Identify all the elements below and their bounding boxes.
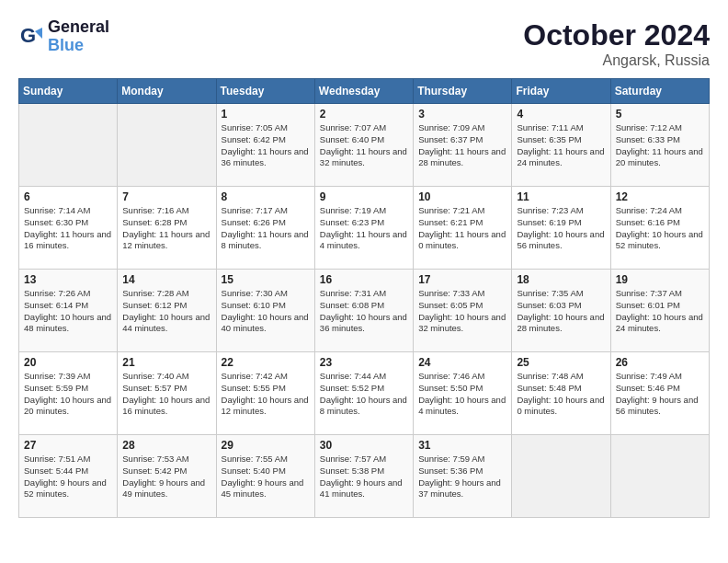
day-info: Sunrise: 7:09 AM Sunset: 6:37 PM Dayligh…: [418, 122, 506, 169]
day-number: 7: [122, 190, 210, 203]
calendar-cell: 5Sunrise: 7:12 AM Sunset: 6:33 PM Daylig…: [610, 104, 709, 187]
day-info: Sunrise: 7:33 AM Sunset: 6:05 PM Dayligh…: [418, 288, 506, 335]
day-number: 29: [222, 439, 310, 452]
day-number: 4: [517, 108, 605, 121]
calendar-cell: 16Sunrise: 7:31 AM Sunset: 6:08 PM Dayli…: [314, 270, 413, 352]
day-number: 9: [320, 190, 408, 203]
calendar-cell: 4Sunrise: 7:11 AM Sunset: 6:35 PM Daylig…: [512, 104, 610, 187]
calendar-cell: [19, 104, 118, 187]
calendar-cell: 28Sunrise: 7:53 AM Sunset: 5:42 PM Dayli…: [118, 435, 216, 518]
calendar-cell: 19Sunrise: 7:37 AM Sunset: 6:01 PM Dayli…: [610, 270, 709, 352]
logo: G General Blue: [18, 18, 109, 55]
calendar-cell: 3Sunrise: 7:09 AM Sunset: 6:37 PM Daylig…: [414, 104, 512, 187]
svg-marker-1: [35, 28, 42, 39]
day-info: Sunrise: 7:57 AM Sunset: 5:38 PM Dayligh…: [320, 454, 408, 500]
day-number: 10: [418, 190, 506, 203]
day-number: 26: [616, 356, 704, 369]
day-number: 21: [122, 356, 210, 369]
logo-icon: G: [18, 24, 44, 50]
day-number: 11: [517, 190, 605, 203]
header-tuesday: Tuesday: [216, 79, 314, 104]
day-info: Sunrise: 7:59 AM Sunset: 5:36 PM Dayligh…: [418, 454, 506, 500]
day-info: Sunrise: 7:23 AM Sunset: 6:19 PM Dayligh…: [517, 205, 605, 252]
day-info: Sunrise: 7:40 AM Sunset: 5:57 PM Dayligh…: [122, 371, 210, 418]
day-number: 12: [616, 190, 704, 203]
day-info: Sunrise: 7:26 AM Sunset: 6:14 PM Dayligh…: [24, 288, 112, 335]
calendar-cell: 21Sunrise: 7:40 AM Sunset: 5:57 PM Dayli…: [118, 352, 216, 435]
day-number: 14: [122, 273, 210, 286]
day-info: Sunrise: 7:16 AM Sunset: 6:28 PM Dayligh…: [122, 205, 210, 252]
header-sunday: Sunday: [19, 79, 118, 104]
calendar-cell: 22Sunrise: 7:42 AM Sunset: 5:55 PM Dayli…: [216, 352, 314, 435]
calendar-cell: [610, 435, 709, 518]
day-number: 2: [320, 108, 408, 121]
day-number: 30: [320, 439, 408, 452]
day-info: Sunrise: 7:30 AM Sunset: 6:10 PM Dayligh…: [222, 288, 310, 335]
calendar-cell: 24Sunrise: 7:46 AM Sunset: 5:50 PM Dayli…: [414, 352, 512, 435]
header-wednesday: Wednesday: [314, 79, 413, 104]
calendar-cell: 2Sunrise: 7:07 AM Sunset: 6:40 PM Daylig…: [314, 104, 413, 187]
calendar-week-3: 13Sunrise: 7:26 AM Sunset: 6:14 PM Dayli…: [19, 270, 710, 352]
calendar-cell: [512, 435, 610, 518]
month-title: October 2024: [523, 18, 710, 52]
day-info: Sunrise: 7:21 AM Sunset: 6:21 PM Dayligh…: [418, 205, 506, 252]
calendar-cell: 26Sunrise: 7:49 AM Sunset: 5:46 PM Dayli…: [610, 352, 709, 435]
calendar-cell: [118, 104, 216, 187]
calendar-week-4: 20Sunrise: 7:39 AM Sunset: 5:59 PM Dayli…: [19, 352, 710, 435]
day-info: Sunrise: 7:46 AM Sunset: 5:50 PM Dayligh…: [418, 371, 506, 418]
day-number: 22: [222, 356, 310, 369]
day-number: 20: [24, 356, 112, 369]
header: G General Blue October 2024 Angarsk, Rus…: [18, 18, 710, 69]
day-number: 18: [517, 273, 605, 286]
logo-text: General Blue: [48, 18, 109, 55]
day-info: Sunrise: 7:55 AM Sunset: 5:40 PM Dayligh…: [222, 454, 310, 500]
day-info: Sunrise: 7:49 AM Sunset: 5:46 PM Dayligh…: [616, 371, 704, 418]
calendar-cell: 10Sunrise: 7:21 AM Sunset: 6:21 PM Dayli…: [414, 187, 512, 270]
day-info: Sunrise: 7:07 AM Sunset: 6:40 PM Dayligh…: [320, 122, 408, 169]
calendar-week-5: 27Sunrise: 7:51 AM Sunset: 5:44 PM Dayli…: [19, 435, 710, 518]
header-thursday: Thursday: [414, 79, 512, 104]
day-number: 6: [24, 190, 112, 203]
day-number: 19: [616, 273, 704, 286]
calendar-cell: 12Sunrise: 7:24 AM Sunset: 6:16 PM Dayli…: [610, 187, 709, 270]
day-info: Sunrise: 7:37 AM Sunset: 6:01 PM Dayligh…: [616, 288, 704, 335]
calendar-cell: 18Sunrise: 7:35 AM Sunset: 6:03 PM Dayli…: [512, 270, 610, 352]
day-number: 15: [222, 273, 310, 286]
calendar-cell: 14Sunrise: 7:28 AM Sunset: 6:12 PM Dayli…: [118, 270, 216, 352]
day-info: Sunrise: 7:17 AM Sunset: 6:26 PM Dayligh…: [222, 205, 310, 252]
day-info: Sunrise: 7:12 AM Sunset: 6:33 PM Dayligh…: [616, 122, 704, 169]
day-info: Sunrise: 7:31 AM Sunset: 6:08 PM Dayligh…: [320, 288, 408, 335]
calendar-cell: 9Sunrise: 7:19 AM Sunset: 6:23 PM Daylig…: [314, 187, 413, 270]
calendar-cell: 27Sunrise: 7:51 AM Sunset: 5:44 PM Dayli…: [19, 435, 118, 518]
calendar-cell: 11Sunrise: 7:23 AM Sunset: 6:19 PM Dayli…: [512, 187, 610, 270]
calendar-cell: 17Sunrise: 7:33 AM Sunset: 6:05 PM Dayli…: [414, 270, 512, 352]
calendar-cell: 7Sunrise: 7:16 AM Sunset: 6:28 PM Daylig…: [118, 187, 216, 270]
title-section: October 2024 Angarsk, Russia: [523, 18, 710, 69]
calendar-cell: 13Sunrise: 7:26 AM Sunset: 6:14 PM Dayli…: [19, 270, 118, 352]
calendar-week-2: 6Sunrise: 7:14 AM Sunset: 6:30 PM Daylig…: [19, 187, 710, 270]
day-number: 3: [418, 108, 506, 121]
calendar-table: SundayMondayTuesdayWednesdayThursdayFrid…: [18, 78, 710, 518]
calendar-cell: 20Sunrise: 7:39 AM Sunset: 5:59 PM Dayli…: [19, 352, 118, 435]
calendar-week-1: 1Sunrise: 7:05 AM Sunset: 6:42 PM Daylig…: [19, 104, 710, 187]
day-info: Sunrise: 7:39 AM Sunset: 5:59 PM Dayligh…: [24, 371, 112, 418]
day-info: Sunrise: 7:11 AM Sunset: 6:35 PM Dayligh…: [517, 122, 605, 169]
calendar-cell: 30Sunrise: 7:57 AM Sunset: 5:38 PM Dayli…: [314, 435, 413, 518]
day-info: Sunrise: 7:48 AM Sunset: 5:48 PM Dayligh…: [517, 371, 605, 418]
day-info: Sunrise: 7:24 AM Sunset: 6:16 PM Dayligh…: [616, 205, 704, 252]
calendar-cell: 31Sunrise: 7:59 AM Sunset: 5:36 PM Dayli…: [414, 435, 512, 518]
day-info: Sunrise: 7:51 AM Sunset: 5:44 PM Dayligh…: [24, 454, 112, 500]
header-friday: Friday: [512, 79, 610, 104]
day-info: Sunrise: 7:28 AM Sunset: 6:12 PM Dayligh…: [122, 288, 210, 335]
header-saturday: Saturday: [610, 79, 709, 104]
day-info: Sunrise: 7:05 AM Sunset: 6:42 PM Dayligh…: [222, 122, 310, 169]
day-number: 23: [320, 356, 408, 369]
day-number: 16: [320, 273, 408, 286]
calendar-cell: 15Sunrise: 7:30 AM Sunset: 6:10 PM Dayli…: [216, 270, 314, 352]
day-info: Sunrise: 7:14 AM Sunset: 6:30 PM Dayligh…: [24, 205, 112, 252]
calendar-header-row: SundayMondayTuesdayWednesdayThursdayFrid…: [19, 79, 710, 104]
day-number: 28: [122, 439, 210, 452]
day-number: 5: [616, 108, 704, 121]
location-title: Angarsk, Russia: [523, 52, 710, 69]
day-info: Sunrise: 7:53 AM Sunset: 5:42 PM Dayligh…: [122, 454, 210, 500]
